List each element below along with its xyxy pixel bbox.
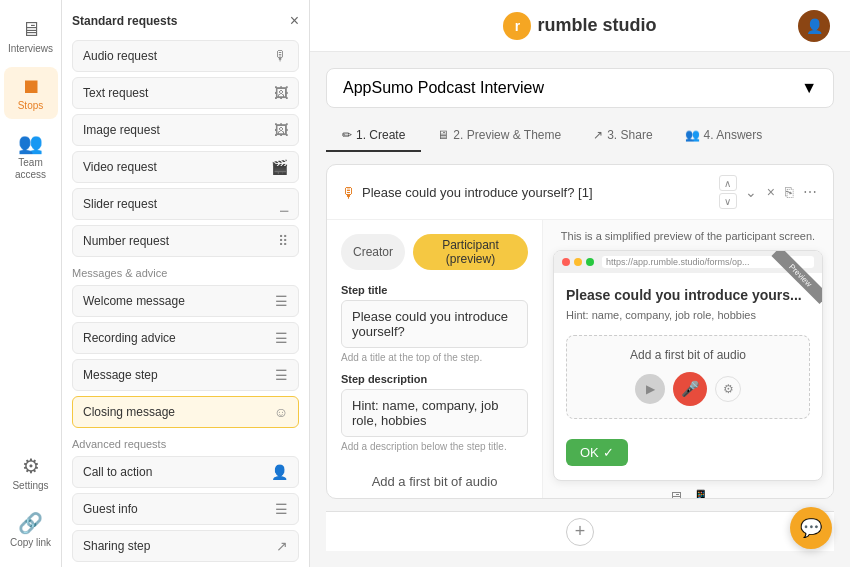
tab-create[interactable]: ✏ 1. Create [326,120,421,152]
mobile-icon[interactable]: 📱 [692,489,709,499]
step-header-left: 🎙 Please could you introduce yourself? [… [341,184,593,201]
sidebar-item-copy-link[interactable]: 🔗 Copy link [4,503,58,557]
step-desc-input[interactable]: Hint: name, company, job role, hobbies [341,389,528,437]
sidebar: 🖥 Interviews ⏹ Stops 👥 Team access ⚙ Set… [0,0,62,567]
stops-icon: ⏹ [21,75,41,98]
text-request-button[interactable]: Text request 🖼 [72,77,299,109]
sharing-step-button[interactable]: Sharing step ↗ [72,530,299,562]
step-header: 🎙 Please could you introduce yourself? [… [327,165,833,220]
chat-bubble-button[interactable]: 💬 [790,507,832,549]
preview-audio-section: Add a first bit of audio ▶ 🎤 ⚙ [566,335,810,419]
welcome-icon: ☰ [275,293,288,309]
settings-icon: ⚙ [22,454,40,478]
step-title: Please could you introduce yourself? [1] [362,185,593,200]
sidebar-item-settings[interactable]: ⚙ Settings [4,446,58,499]
scroll-up-button[interactable]: ∧ [719,175,737,191]
interview-dropdown-icon[interactable]: ▼ [801,79,817,97]
preview-settings-button[interactable]: ⚙ [715,376,741,402]
slider-request-button[interactable]: Slider request ⎯ [72,188,299,220]
browser-dot-yellow [574,258,582,266]
creator-preview-tabs: Creator Participant (preview) [341,234,528,270]
scroll-down-button[interactable]: ∨ [719,193,737,209]
creator-tab-button[interactable]: Creator [341,234,405,270]
preview-play-button[interactable]: ▶ [635,374,665,404]
tab-preview[interactable]: 🖥 2. Preview & Theme [421,120,577,152]
interviews-icon: 🖥 [21,18,41,41]
navbar: r rumble studio 👤 [310,0,850,52]
audio-section: Add a first bit of audio ▶ 🎤 ⚙ [341,462,528,499]
copy-link-icon: 🔗 [18,511,43,535]
messages-section-label: Messages & advice [72,267,299,279]
text-request-icon: 🖼 [274,85,288,101]
interview-title: AppSumo Podcast Interview [343,79,544,97]
scroll-arrows: ∧ ∨ [719,175,737,209]
recording-icon: ☰ [275,330,288,346]
sidebar-item-stops[interactable]: ⏹ Stops [4,67,58,119]
message-step-button[interactable]: Message step ☰ [72,359,299,391]
bottom-bar: + [326,511,834,551]
left-panel: Standard requests × Audio request 🎙 Text… [62,0,310,567]
main-area: r rumble studio 👤 AppSumo Podcast Interv… [310,0,850,567]
panel-header: Standard requests × [72,12,299,30]
sharing-icon: ↗ [276,538,288,554]
advanced-section-label: Advanced requests [72,438,299,450]
preview-content: Please could you introduce yours... Hint… [554,273,822,480]
step-minimize-button[interactable]: ⌄ [743,182,759,202]
step-title-label: Step title [341,284,528,296]
step-card: 🎙 Please could you introduce yourself? [… [326,164,834,499]
preview-record-button[interactable]: 🎤 [673,372,707,406]
image-request-button[interactable]: Image request 🖼 [72,114,299,146]
create-tab-icon: ✏ [342,128,352,142]
tab-answers[interactable]: 👥 4. Answers [669,120,779,152]
sidebar-item-interviews[interactable]: 🖥 Interviews [4,10,58,63]
preview-audio-controls: ▶ 🎤 ⚙ [579,372,797,406]
step-more-button[interactable]: ⋯ [801,182,819,202]
step-actions: ∧ ∨ ⌄ × ⎘ ⋯ [719,175,819,209]
logo-icon: r [503,12,531,40]
user-avatar[interactable]: 👤 [798,10,830,42]
step-body: Creator Participant (preview) Step title… [327,220,833,499]
step-copy-button[interactable]: ⎘ [783,182,795,202]
preview-ok-button[interactable]: OK ✓ [566,439,628,466]
audio-request-icon: 🎙 [274,48,288,64]
audio-request-button[interactable]: Audio request 🎙 [72,40,299,72]
interview-bar: AppSumo Podcast Interview ▼ [326,68,834,108]
sidebar-item-team[interactable]: 👥 Team access [4,123,58,189]
desktop-icon[interactable]: 🖥 [668,489,684,499]
tabs-bar: ✏ 1. Create 🖥 2. Preview & Theme ↗ 3. Sh… [326,120,834,152]
answers-tab-icon: 👥 [685,128,700,142]
closing-icon: ☺ [274,404,288,420]
preview-browser: https://app.rumble.studio/forms/op... Pr… [553,250,823,481]
preview-tab-icon: 🖥 [437,128,449,142]
guest-info-button[interactable]: Guest info ☰ [72,493,299,525]
number-request-button[interactable]: Number request ⠿ [72,225,299,257]
step-desc-hint: Add a description below the step title. [341,441,528,452]
panel-close-button[interactable]: × [290,12,299,30]
device-icons: 🖥 📱 [553,489,823,499]
standard-requests-label: Standard requests [72,14,177,28]
add-step-button[interactable]: + [566,518,594,546]
slider-request-icon: ⎯ [280,196,288,212]
video-request-button[interactable]: Video request 🎬 [72,151,299,183]
closing-message-button[interactable]: Closing message ☺ [72,396,299,428]
video-request-icon: 🎬 [271,159,288,175]
recording-advice-button[interactable]: Recording advice ☰ [72,322,299,354]
step-close-button[interactable]: × [765,182,777,202]
number-request-icon: ⠿ [278,233,288,249]
browser-dot-green [586,258,594,266]
tab-share[interactable]: ↗ 3. Share [577,120,668,152]
preview-side: This is a simplified preview of the part… [543,220,833,499]
message-step-icon: ☰ [275,367,288,383]
audio-label: Add a first bit of audio [341,474,528,489]
guest-icon: ☰ [275,501,288,517]
image-request-icon: 🖼 [274,122,288,138]
step-title-input[interactable]: Please could you introduce yourself? [341,300,528,348]
welcome-message-button[interactable]: Welcome message ☰ [72,285,299,317]
preview-audio-label: Add a first bit of audio [579,348,797,362]
step-desc-label: Step description [341,373,528,385]
ok-check-icon: ✓ [603,445,614,460]
participant-tab-button[interactable]: Participant (preview) [413,234,528,270]
preview-hint: Hint: name, company, job role, hobbies [566,309,810,321]
content-area: AppSumo Podcast Interview ▼ ✏ 1. Create … [310,52,850,567]
call-to-action-button[interactable]: Call to action 👤 [72,456,299,488]
